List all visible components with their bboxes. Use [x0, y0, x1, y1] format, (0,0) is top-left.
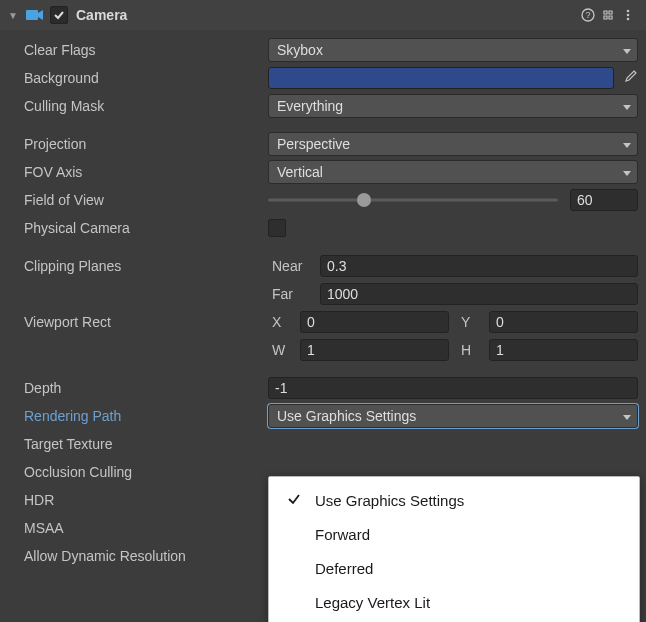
- near-input[interactable]: 0.3: [320, 255, 638, 277]
- chevron-down-icon: [623, 136, 631, 152]
- projection-label: Projection: [24, 136, 268, 152]
- clipping-planes-label: Clipping Planes: [24, 258, 268, 274]
- viewport-x-input[interactable]: 0: [300, 311, 449, 333]
- menu-item-label: Legacy Vertex Lit: [315, 594, 430, 611]
- svg-rect-0: [26, 10, 38, 20]
- near-value: 0.3: [327, 258, 346, 274]
- svg-point-3: [627, 10, 630, 13]
- depth-label: Depth: [24, 380, 268, 396]
- far-label: Far: [268, 286, 320, 302]
- target-texture-label: Target Texture: [24, 436, 268, 452]
- rendering-path-label: Rendering Path: [24, 408, 268, 424]
- depth-value: -1: [275, 380, 287, 396]
- rendering-path-value: Use Graphics Settings: [277, 408, 416, 424]
- menu-item-label: Use Graphics Settings: [315, 492, 464, 509]
- viewport-y-input[interactable]: 0: [489, 311, 638, 333]
- msaa-label: MSAA: [24, 520, 268, 536]
- menu-item-use-graphics-settings[interactable]: Use Graphics Settings: [269, 483, 639, 517]
- viewport-w-label: W: [268, 342, 300, 358]
- component-header: ▼ Camera ?: [0, 0, 646, 30]
- svg-point-4: [627, 14, 630, 17]
- far-input[interactable]: 1000: [320, 283, 638, 305]
- hdr-label: HDR: [24, 492, 268, 508]
- viewport-h-value: 1: [496, 342, 504, 358]
- field-of-view-slider[interactable]: [268, 190, 558, 210]
- chevron-down-icon: [623, 98, 631, 114]
- field-of-view-value: 60: [577, 192, 593, 208]
- field-of-view-label: Field of View: [24, 192, 268, 208]
- allow-dynamic-resolution-label: Allow Dynamic Resolution: [24, 548, 268, 564]
- context-menu-icon[interactable]: [618, 8, 638, 22]
- enable-checkbox[interactable]: [50, 6, 68, 24]
- chevron-down-icon: [623, 164, 631, 180]
- fov-axis-label: FOV Axis: [24, 164, 268, 180]
- menu-item-label: Deferred: [315, 560, 373, 577]
- rendering-path-menu: Use Graphics Settings Forward Deferred L…: [268, 476, 640, 622]
- menu-item-deferred[interactable]: Deferred: [269, 551, 639, 585]
- physical-camera-label: Physical Camera: [24, 220, 268, 236]
- occlusion-culling-label: Occlusion Culling: [24, 464, 268, 480]
- viewport-w-value: 1: [307, 342, 315, 358]
- eyedropper-icon[interactable]: [622, 69, 638, 88]
- background-color-field[interactable]: [268, 67, 614, 89]
- depth-input[interactable]: -1: [268, 377, 638, 399]
- rendering-path-dropdown[interactable]: Use Graphics Settings: [268, 404, 638, 428]
- viewport-rect-label: Viewport Rect: [24, 314, 268, 330]
- near-label: Near: [268, 258, 320, 274]
- viewport-w-input[interactable]: 1: [300, 339, 449, 361]
- culling-mask-label: Culling Mask: [24, 98, 268, 114]
- clear-flags-dropdown[interactable]: Skybox: [268, 38, 638, 62]
- menu-item-label: Forward: [315, 526, 370, 543]
- viewport-y-label: Y: [457, 314, 489, 330]
- slider-thumb[interactable]: [357, 193, 371, 207]
- clear-flags-value: Skybox: [277, 42, 323, 58]
- foldout-toggle[interactable]: ▼: [8, 10, 20, 21]
- viewport-x-value: 0: [307, 314, 315, 330]
- chevron-down-icon: [623, 408, 631, 424]
- svg-point-5: [627, 18, 630, 21]
- field-of-view-input[interactable]: 60: [570, 189, 638, 211]
- viewport-x-label: X: [268, 314, 300, 330]
- presets-icon[interactable]: [598, 8, 618, 22]
- projection-value: Perspective: [277, 136, 350, 152]
- svg-text:?: ?: [585, 10, 590, 20]
- background-label: Background: [24, 70, 268, 86]
- projection-dropdown[interactable]: Perspective: [268, 132, 638, 156]
- menu-item-legacy-vertex-lit[interactable]: Legacy Vertex Lit: [269, 585, 639, 619]
- checkmark-icon: [287, 492, 315, 509]
- viewport-h-input[interactable]: 1: [489, 339, 638, 361]
- chevron-down-icon: [623, 42, 631, 58]
- fov-axis-dropdown[interactable]: Vertical: [268, 160, 638, 184]
- help-icon[interactable]: ?: [578, 8, 598, 22]
- component-title: Camera: [76, 7, 578, 23]
- camera-icon: [26, 8, 44, 22]
- physical-camera-checkbox[interactable]: [268, 219, 286, 237]
- menu-item-forward[interactable]: Forward: [269, 517, 639, 551]
- viewport-h-label: H: [457, 342, 489, 358]
- fov-axis-value: Vertical: [277, 164, 323, 180]
- viewport-y-value: 0: [496, 314, 504, 330]
- far-value: 1000: [327, 286, 358, 302]
- slider-track: [268, 199, 558, 202]
- clear-flags-label: Clear Flags: [24, 42, 268, 58]
- culling-mask-dropdown[interactable]: Everything: [268, 94, 638, 118]
- culling-mask-value: Everything: [277, 98, 343, 114]
